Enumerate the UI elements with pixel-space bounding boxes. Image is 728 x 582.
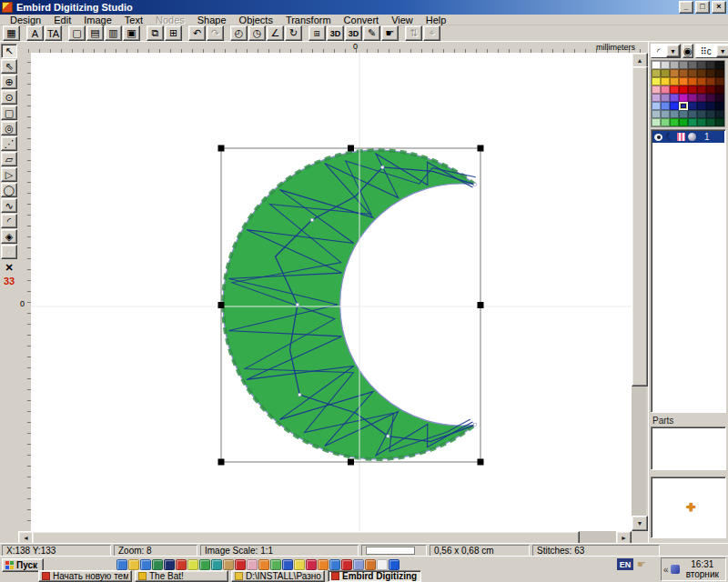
tray-expand-chevron[interactable]: « — [663, 565, 669, 575]
language-indicator[interactable]: EN — [617, 558, 633, 570]
taskbar-button-embird[interactable]: Embird Digitizing Stud... — [328, 570, 421, 582]
outline-shape-tool-button[interactable]: ▱ — [1, 152, 17, 166]
quicklaunch-orange-icon[interactable] — [258, 559, 269, 570]
palette-swatch[interactable] — [706, 118, 715, 126]
stitch-node-marker[interactable] — [473, 183, 476, 186]
import-button[interactable]: ▥ — [105, 25, 122, 41]
palette-swatch[interactable] — [661, 94, 670, 102]
palette-swatch[interactable] — [706, 110, 715, 118]
gauge-button[interactable]: ◴ — [230, 25, 248, 41]
palette-swatch[interactable] — [652, 61, 661, 69]
palette-swatch[interactable] — [661, 118, 670, 126]
angle-button[interactable]: ∠ — [267, 25, 284, 41]
palette-swatch[interactable] — [661, 61, 670, 69]
palette-swatch[interactable] — [652, 94, 661, 102]
quicklaunch-books-icon[interactable] — [164, 559, 175, 570]
palette-swatch[interactable] — [715, 110, 724, 118]
closed-curve-tool-button[interactable]: ◯ — [1, 183, 17, 197]
palette-swatch[interactable] — [688, 85, 697, 94]
close-button[interactable]: × — [712, 1, 726, 14]
quicklaunch-pink-icon[interactable] — [247, 559, 258, 570]
arc-tool-button[interactable]: ◜ — [1, 214, 17, 228]
palette-swatch[interactable] — [661, 85, 670, 94]
zoom-tool-button[interactable]: ⊕ — [1, 75, 17, 89]
menu-convert[interactable]: Convert — [338, 15, 386, 25]
palette-swatch[interactable] — [652, 118, 661, 126]
quicklaunch-app-green-icon[interactable] — [152, 559, 163, 570]
palette-swatch[interactable] — [697, 102, 706, 110]
palette-swatch[interactable] — [679, 94, 688, 102]
title-bar[interactable]: Embird Digitizing Studio _ □ × — [0, 0, 728, 15]
text-transform-button[interactable]: TA — [45, 25, 62, 41]
stitch-node-marker[interactable] — [387, 435, 389, 437]
palette-swatch[interactable] — [652, 69, 661, 77]
quicklaunch-tree-icon[interactable] — [199, 559, 210, 570]
selection-handle[interactable] — [478, 459, 484, 466]
scroll-down-button[interactable]: ▼ — [632, 516, 648, 531]
palette-swatch[interactable] — [670, 94, 679, 102]
selection-handle[interactable] — [218, 302, 225, 308]
quicklaunch-sun-icon[interactable] — [294, 559, 305, 570]
quicklaunch-pencil-icon[interactable] — [223, 559, 234, 570]
selection-handle[interactable] — [348, 146, 354, 152]
stitch-node-marker[interactable] — [473, 424, 476, 426]
palette-swatch[interactable] — [688, 61, 697, 69]
selection-handle[interactable] — [218, 146, 225, 152]
undo-button[interactable]: ↶ — [188, 25, 206, 41]
stitch-node-marker[interactable] — [296, 304, 298, 306]
tray-icon[interactable] — [671, 565, 680, 574]
palette-swatch[interactable] — [688, 110, 697, 118]
hand-image-button[interactable]: ☛ — [381, 25, 399, 41]
quicklaunch-globe-icon[interactable] — [187, 559, 198, 570]
palette-swatch[interactable] — [688, 118, 697, 126]
palette-swatch[interactable] — [661, 69, 670, 77]
palette-swatch[interactable] — [706, 61, 715, 69]
palette-swatch[interactable] — [670, 85, 679, 94]
palette-swatch[interactable] — [697, 61, 706, 69]
palette-swatch[interactable] — [715, 118, 724, 126]
palette-swatch[interactable] — [670, 110, 679, 118]
palette-swatch[interactable] — [697, 77, 706, 85]
menu-objects[interactable]: Objects — [233, 15, 279, 25]
thread-button[interactable]: ◉ — [682, 44, 693, 58]
crescent-design[interactable] — [31, 53, 632, 531]
quicklaunch-teal-icon[interactable] — [211, 559, 222, 570]
object-list-item[interactable]: ☾ 1 — [652, 131, 724, 143]
menu-help[interactable]: Help — [420, 15, 453, 25]
open-button[interactable]: ▤ — [86, 25, 104, 41]
zoom-1-1-tool-button[interactable]: ⊙ — [1, 90, 17, 105]
stitch-node-marker[interactable] — [298, 394, 301, 396]
browse-button[interactable]: ▦ — [3, 25, 20, 41]
palette-swatch[interactable] — [679, 110, 688, 118]
quicklaunch-leaf-icon[interactable] — [270, 559, 281, 570]
fill-with-hole-tool-button[interactable]: ◎ — [1, 121, 17, 135]
palette-swatch[interactable] — [715, 102, 724, 110]
stitch-edit-button[interactable]: ✎ — [363, 25, 380, 41]
split-stitch-icon[interactable]: ✕ — [1, 262, 17, 275]
quicklaunch-folder-icon[interactable] — [128, 559, 139, 570]
quicklaunch-red2-icon[interactable] — [306, 559, 317, 570]
quicklaunch-bluetooth-icon[interactable] — [389, 559, 399, 570]
selection-handle[interactable] — [348, 459, 354, 466]
taskbar-button-the-bat[interactable]: The Bat! — [135, 570, 228, 582]
minimize-button[interactable]: _ — [679, 1, 693, 14]
quicklaunch-word-icon[interactable] — [140, 559, 151, 570]
horizontal-scrollbar[interactable]: ◄ ► — [18, 531, 632, 543]
palette-swatch[interactable] — [652, 110, 661, 118]
quicklaunch-notepad-icon[interactable] — [377, 559, 388, 570]
palette-swatch[interactable] — [652, 77, 661, 85]
stitch-node-marker[interactable] — [310, 218, 313, 221]
palette-swatch[interactable] — [706, 102, 715, 110]
save-button[interactable]: ▣ — [123, 25, 140, 41]
object-list[interactable]: ☾ 1 — [651, 129, 726, 413]
palette-swatch[interactable] — [688, 77, 697, 85]
menu-transform[interactable]: Transform — [279, 15, 338, 25]
palette-swatch[interactable] — [661, 77, 670, 85]
palette-swatch[interactable] — [670, 69, 679, 77]
palette-swatch-selected[interactable] — [679, 102, 688, 110]
menu-image[interactable]: Image — [77, 15, 118, 25]
stitch-style-combo[interactable]: ◜ ▼ — [651, 44, 681, 58]
palette-swatch[interactable] — [697, 110, 706, 118]
quicklaunch-app-red-icon[interactable] — [176, 559, 187, 570]
hatch-fill-tool-button[interactable]: ⋰ — [1, 136, 17, 151]
